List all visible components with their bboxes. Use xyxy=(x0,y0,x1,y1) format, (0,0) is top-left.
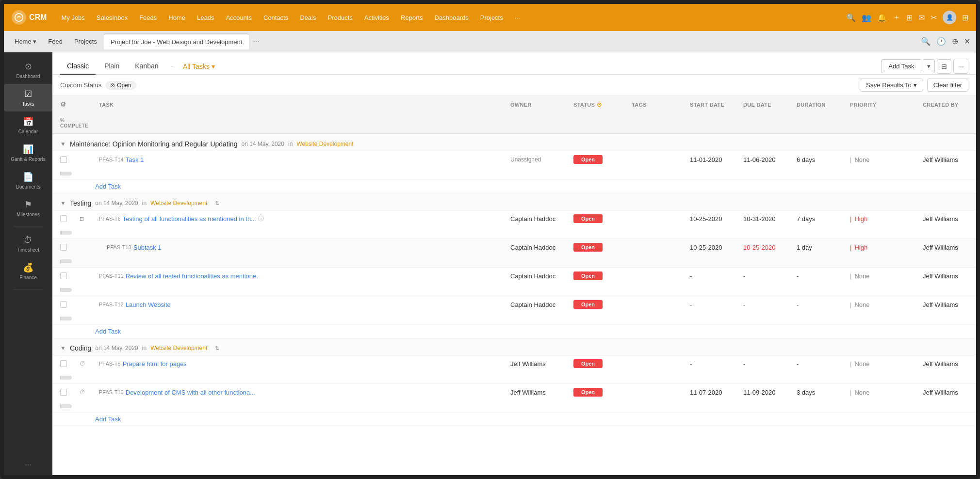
add-task-dropdown[interactable]: ▾ xyxy=(923,59,935,73)
progress-bar xyxy=(60,376,72,380)
sidebar-item-gantt[interactable]: 📊 Gantt & Reports xyxy=(4,139,52,167)
nav-leads[interactable]: Leads xyxy=(192,11,219,24)
group-coding-toggle[interactable]: ▼ xyxy=(60,345,66,351)
plus-icon[interactable]: ＋ xyxy=(893,13,900,23)
add-task-button[interactable]: Add Task xyxy=(881,59,921,73)
nav-reports[interactable]: Reports xyxy=(396,11,428,24)
users-icon[interactable]: 👥 xyxy=(862,13,871,22)
task-checkbox[interactable] xyxy=(60,301,67,308)
td-start-date: 10-25-2020 xyxy=(686,240,739,255)
second-history-icon[interactable]: 🕐 xyxy=(936,37,946,46)
testing-sort-icon[interactable]: ⇅ xyxy=(215,200,219,207)
add-task-inline-testing[interactable]: Add Task xyxy=(52,325,976,338)
task-name[interactable]: Development of CMS with all other functi… xyxy=(126,389,255,396)
group-maintenance-toggle[interactable]: ▼ xyxy=(60,141,66,147)
task-name[interactable]: Subtask 1 xyxy=(133,244,162,251)
bell-icon[interactable]: 🔔 xyxy=(877,13,887,22)
group-testing-toggle[interactable]: ▼ xyxy=(60,200,66,207)
search-icon[interactable]: 🔍 xyxy=(846,13,856,22)
priority-value: None xyxy=(854,272,869,280)
add-task-inline-coding[interactable]: Add Task xyxy=(52,413,976,426)
status-badge[interactable]: Open xyxy=(573,271,603,280)
nav-more[interactable]: ··· xyxy=(510,11,525,24)
second-nav-home[interactable]: Home ▾ xyxy=(10,35,41,48)
sidebar-item-finance[interactable]: 💰 Finance xyxy=(4,257,52,285)
task-name[interactable]: Review of all tested functionalities as … xyxy=(126,272,258,280)
sidebar-item-tasks[interactable]: ☑ Tasks xyxy=(4,84,52,112)
nav-salesinbox[interactable]: SalesInbox xyxy=(92,11,132,24)
second-nav-project[interactable]: Project for Joe - Web Design and Develop… xyxy=(104,33,249,49)
all-tasks-button[interactable]: All Tasks ▾ xyxy=(179,59,219,74)
status-badge[interactable]: Open xyxy=(573,300,603,309)
second-nav-ellipsis[interactable]: ··· xyxy=(253,37,259,46)
task-name[interactable]: Testing of all functionalities as mentio… xyxy=(123,215,256,223)
th-duration: DURATION xyxy=(793,96,846,113)
grid-icon[interactable]: ⊞ xyxy=(906,13,913,22)
sidebar-item-documents[interactable]: 📄 Documents xyxy=(4,167,52,194)
nav-contacts[interactable]: Contacts xyxy=(259,11,293,24)
sidebar-more[interactable]: ··· xyxy=(25,461,31,469)
task-name[interactable]: Launch Website xyxy=(126,301,171,308)
group-coding-category[interactable]: Website Development xyxy=(150,345,207,351)
task-checkbox[interactable] xyxy=(60,360,67,367)
sidebar-item-milestones[interactable]: ⚑ Milestones xyxy=(4,194,52,222)
clear-filter-button[interactable]: Clear filter xyxy=(927,79,968,92)
progress-bar xyxy=(60,259,72,263)
nav-home[interactable]: Home xyxy=(163,11,190,24)
filter-button[interactable]: ⊟ xyxy=(937,59,951,74)
task-name[interactable]: Prepare html for pages xyxy=(123,360,187,367)
second-settings-icon[interactable]: ✕ xyxy=(964,37,970,46)
group-coding-date: on 14 May, 2020 xyxy=(95,345,138,351)
tab-kanban[interactable]: Kanban xyxy=(128,58,165,75)
th-config-icon[interactable]: ⚙ xyxy=(60,101,66,108)
status-badge[interactable]: Open xyxy=(573,359,603,368)
second-nav-feed[interactable]: Feed xyxy=(43,35,67,48)
status-badge[interactable]: Open xyxy=(573,214,603,223)
task-checkbox[interactable] xyxy=(60,244,67,251)
nav-deals[interactable]: Deals xyxy=(295,11,321,24)
tab-classic[interactable]: Classic xyxy=(60,58,96,75)
sidebar-item-calendar[interactable]: 📅 Calendar xyxy=(4,112,52,139)
logo[interactable]: CRM xyxy=(12,10,47,25)
add-task-inline-maintenance[interactable]: Add Task xyxy=(52,180,976,193)
filter-badge[interactable]: ⊗ Open xyxy=(105,81,136,90)
nav-activities[interactable]: Activities xyxy=(359,11,394,24)
sidebar-item-timesheet[interactable]: ⏱ Timesheet xyxy=(4,230,52,257)
task-info-icon[interactable]: ⓘ xyxy=(258,215,264,223)
expand-subtask-icon[interactable]: ⊟ xyxy=(80,216,84,222)
task-checkbox[interactable] xyxy=(60,215,67,222)
coding-sort-icon[interactable]: ⇅ xyxy=(215,345,219,351)
save-results-button[interactable]: Save Results To ▾ xyxy=(860,79,923,92)
apps-icon[interactable]: ⊞ xyxy=(962,13,968,22)
progress-bar xyxy=(60,172,72,176)
sidebar-item-dashboard[interactable]: ⊙ Dashboard xyxy=(4,56,52,84)
status-badge[interactable]: Open xyxy=(573,388,603,397)
nav-projects[interactable]: Projects xyxy=(475,11,508,24)
group-maintenance-category[interactable]: Website Development xyxy=(296,141,353,147)
more-button[interactable]: ··· xyxy=(953,59,968,74)
status-badge[interactable]: Open xyxy=(573,155,603,164)
avatar[interactable]: 👤 xyxy=(943,11,956,24)
group-testing-category[interactable]: Website Development xyxy=(150,200,207,207)
td-pct-complete xyxy=(56,227,76,239)
task-checkbox[interactable] xyxy=(60,389,67,396)
group-coding-title: Coding xyxy=(70,344,91,352)
mail-icon[interactable]: ✉ xyxy=(918,13,925,22)
phone-icon[interactable]: ✂ xyxy=(931,13,937,22)
created-by-value: Jeff Williams xyxy=(923,272,958,280)
nav-products[interactable]: Products xyxy=(323,11,357,24)
nav-my-jobs[interactable]: My Jobs xyxy=(56,11,89,24)
second-search-icon[interactable]: 🔍 xyxy=(921,37,931,46)
second-add-icon[interactable]: ⊕ xyxy=(952,37,958,46)
task-checkbox[interactable] xyxy=(60,272,67,279)
task-checkbox[interactable] xyxy=(60,156,67,163)
second-nav-projects[interactable]: Projects xyxy=(69,35,102,48)
status-badge[interactable]: Open xyxy=(573,243,603,252)
progress-bar xyxy=(60,404,72,408)
nav-accounts[interactable]: Accounts xyxy=(221,11,256,24)
tab-plain[interactable]: Plain xyxy=(98,58,126,75)
nav-feeds[interactable]: Feeds xyxy=(134,11,162,24)
table-row: PFAS-T13 Subtask 1 Captain Haddoc Open 1… xyxy=(52,239,976,268)
task-name[interactable]: Task 1 xyxy=(126,156,144,163)
nav-dashboards[interactable]: Dashboards xyxy=(430,11,474,24)
